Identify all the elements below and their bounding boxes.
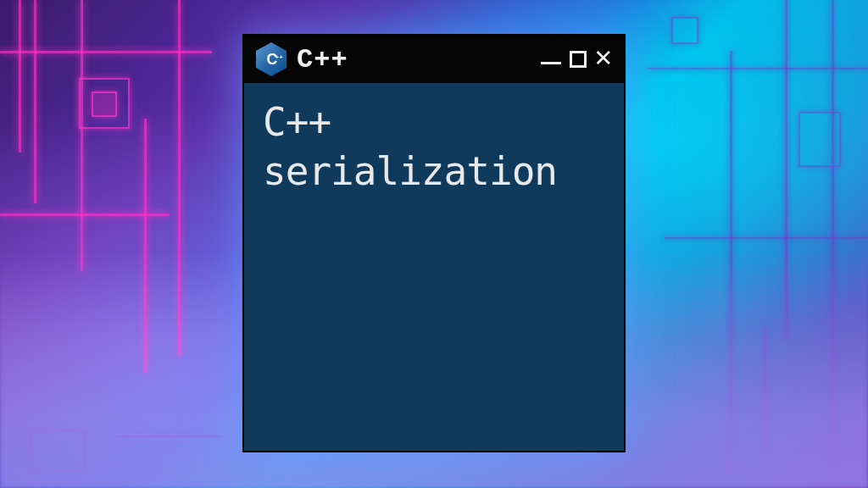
minimize-icon	[541, 62, 561, 64]
window-controls: ✕	[541, 49, 612, 69]
cpp-logo-icon: C + +	[256, 42, 287, 77]
circuit-decoration	[798, 112, 841, 167]
titlebar[interactable]: C + + C++ ✕	[244, 36, 624, 83]
svg-text:+: +	[280, 53, 283, 61]
circuit-decoration	[34, 0, 36, 203]
maximize-icon	[570, 51, 587, 68]
maximize-button[interactable]	[570, 51, 587, 68]
window-title: C++	[297, 44, 531, 75]
circuit-decoration	[81, 0, 83, 271]
svg-text:+: +	[275, 53, 279, 61]
circuit-decoration	[19, 0, 21, 152]
close-button[interactable]: ✕	[595, 49, 612, 69]
terminal-body[interactable]: C++ serialization	[244, 83, 624, 451]
circuit-decoration	[92, 92, 117, 117]
circuit-decoration	[648, 68, 868, 69]
circuit-decoration	[671, 17, 698, 44]
minimize-button[interactable]	[541, 53, 561, 64]
terminal-content: C++ serialization	[263, 98, 605, 196]
circuit-decoration	[665, 237, 868, 239]
terminal-window: C + + C++ ✕ C++ serialization	[242, 34, 626, 452]
